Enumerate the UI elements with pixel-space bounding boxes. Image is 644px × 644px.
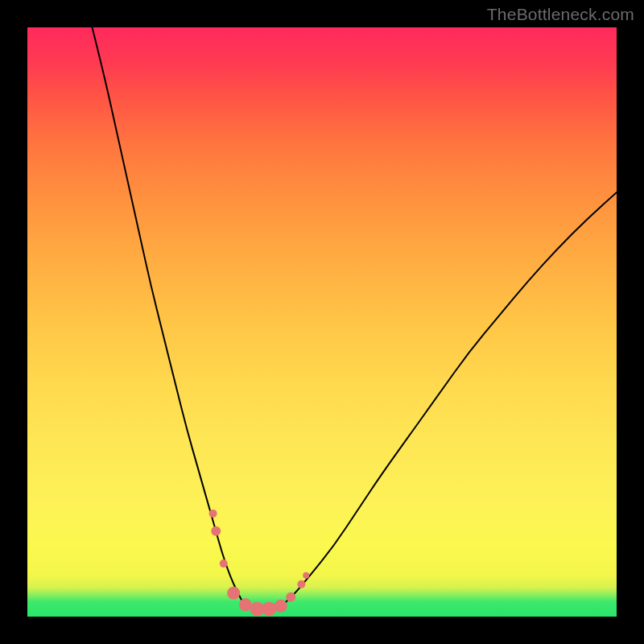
plot-area [27,27,617,617]
valley-marker [220,559,228,568]
valley-marker [262,601,276,616]
valley-marker [211,526,221,536]
valley-marker [303,572,309,579]
valley-marker [227,587,240,600]
valley-marker [239,598,252,611]
bottleneck-curve [27,27,617,617]
curve-path [93,27,617,609]
valley-marker [286,592,295,602]
valley-marker [275,600,287,613]
valley-marker [297,580,305,588]
valley-markers [209,510,310,617]
valley-marker [209,510,217,518]
chart-frame: TheBottleneck.com [0,0,644,644]
watermark-text: TheBottleneck.com [487,5,634,24]
